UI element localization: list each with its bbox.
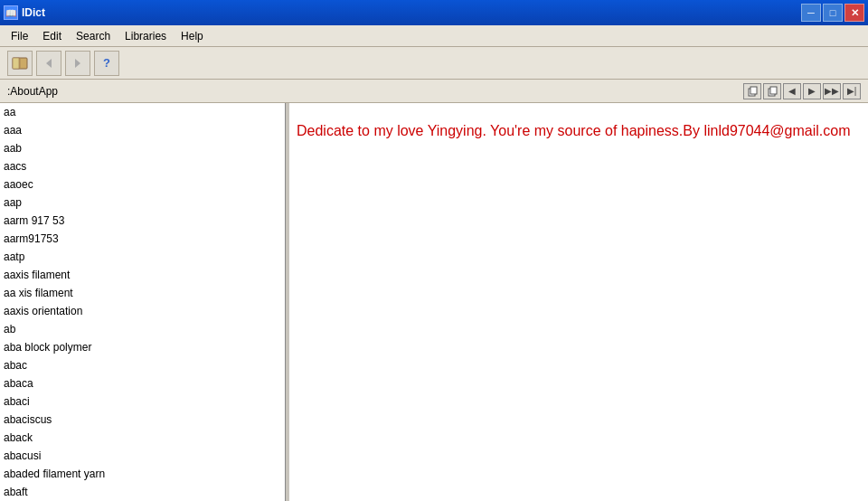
menu-edit[interactable]: Edit: [35, 28, 69, 44]
address-text: :AboutApp: [7, 85, 58, 98]
title-bar-left: 📖 IDict: [4, 5, 45, 20]
app-icon: 📖: [4, 5, 18, 20]
definition-panel: Dedicate to my love Yingying. You're my …: [289, 103, 868, 501]
svg-marker-3: [46, 59, 52, 68]
window-controls: ─ □ ✕: [801, 4, 864, 22]
forward-icon: [71, 57, 84, 70]
list-item[interactable]: ab: [0, 320, 285, 338]
menu-search[interactable]: Search: [69, 28, 118, 44]
copy-icon-2: [767, 86, 778, 97]
menu-help[interactable]: Help: [174, 28, 211, 44]
nav-back-btn[interactable]: ◀: [783, 83, 801, 99]
list-item[interactable]: aaoec: [0, 175, 285, 194]
list-item[interactable]: aa: [0, 103, 285, 121]
list-item[interactable]: abac: [0, 356, 285, 374]
address-bar: :AboutApp ◀ ▶ ▶▶ ▶|: [0, 80, 868, 103]
list-item[interactable]: aa xis filament: [0, 284, 285, 302]
main-content: aa aaa aab aacs aaoec aap aarm 917 53 aa…: [0, 103, 868, 501]
list-item[interactable]: abaded filament yarn: [0, 465, 285, 483]
minimize-button[interactable]: ─: [801, 4, 821, 22]
menu-file[interactable]: File: [4, 28, 35, 44]
window-title: IDict: [22, 6, 45, 19]
list-item[interactable]: abaca: [0, 374, 285, 392]
list-item[interactable]: aacs: [0, 157, 285, 175]
svg-rect-1: [13, 58, 19, 69]
copy-icon-1: [747, 86, 758, 97]
open-button[interactable]: [7, 51, 33, 76]
toolbar: ?: [0, 47, 868, 80]
word-list-panel: aa aaa aab aacs aaoec aap aarm 917 53 aa…: [0, 103, 286, 501]
definition-text: Dedicate to my love Yingying. You're my …: [297, 119, 861, 143]
list-item[interactable]: aaxis orientation: [0, 302, 285, 320]
svg-rect-8: [770, 87, 777, 94]
list-item[interactable]: aaa: [0, 121, 285, 139]
title-bar: 📖 IDict ─ □ ✕: [0, 0, 868, 25]
list-item[interactable]: aap: [0, 194, 285, 212]
list-item[interactable]: aarm 917 53: [0, 212, 285, 230]
back-button[interactable]: [36, 51, 61, 76]
word-list[interactable]: aa aaa aab aacs aaoec aap aarm 917 53 aa…: [0, 103, 285, 501]
list-item[interactable]: aback: [0, 429, 285, 447]
list-item[interactable]: aarm91753: [0, 230, 285, 248]
list-item[interactable]: abacusi: [0, 447, 285, 465]
nav-forward-btn[interactable]: ▶: [803, 83, 821, 99]
help-button[interactable]: ?: [94, 51, 119, 76]
svg-marker-4: [75, 59, 80, 68]
nav-next-btn[interactable]: ▶▶: [823, 83, 841, 99]
close-button[interactable]: ✕: [844, 4, 864, 22]
list-item[interactable]: abaci: [0, 392, 285, 411]
menu-bar: File Edit Search Libraries Help: [0, 25, 868, 47]
back-icon: [42, 57, 55, 70]
menu-libraries[interactable]: Libraries: [118, 28, 174, 44]
list-item[interactable]: aaxis filament: [0, 266, 285, 284]
copy-btn-2[interactable]: [763, 83, 781, 99]
copy-btn-1[interactable]: [743, 83, 761, 99]
list-item[interactable]: abaft: [0, 483, 285, 501]
svg-rect-6: [750, 87, 757, 94]
maximize-button[interactable]: □: [823, 4, 843, 22]
nav-last-btn[interactable]: ▶|: [843, 83, 861, 99]
list-item[interactable]: aatp: [0, 248, 285, 266]
open-icon: [12, 55, 28, 71]
forward-button[interactable]: [65, 51, 90, 76]
address-controls: ◀ ▶ ▶▶ ▶|: [743, 83, 861, 99]
list-item[interactable]: aba block polymer: [0, 338, 285, 356]
list-item[interactable]: aab: [0, 139, 285, 157]
list-item[interactable]: abaciscus: [0, 411, 285, 429]
